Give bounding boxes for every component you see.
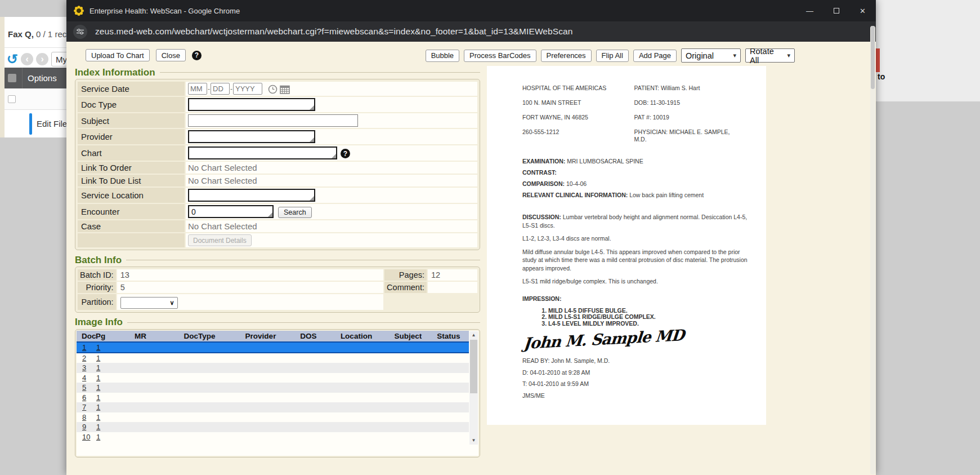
provider-input[interactable] [188, 130, 315, 143]
encounter-input[interactable] [188, 205, 274, 218]
doc-link[interactable]: 4 [77, 374, 94, 382]
pg-link[interactable]: 1 [94, 354, 111, 362]
toolbar-right: Bubble Process BarCodes Preferences Flip… [426, 48, 795, 63]
table-row: 41 [77, 373, 469, 383]
site-settings-icon[interactable] [73, 25, 87, 39]
app-icon [74, 6, 84, 16]
batch-info-heading: Batch Info [75, 254, 480, 266]
pg-link[interactable]: 1 [94, 393, 111, 402]
table-row: 11 [77, 341, 469, 353]
doc-link[interactable]: 1 [77, 343, 94, 352]
page-scrollbar[interactable] [870, 26, 875, 474]
doc-link[interactable]: 2 [77, 354, 94, 362]
process-barcodes-button[interactable]: Process BarCodes [464, 50, 536, 62]
maximize-button[interactable] [823, 0, 849, 21]
chevron-down-icon: ∨ [170, 299, 174, 307]
chart-input[interactable] [188, 147, 337, 159]
close-button[interactable]: Close [156, 49, 186, 61]
pg-link[interactable]: 1 [94, 423, 111, 431]
address-bar[interactable]: zeus.med-web.com/webchart/wctjosterman/w… [66, 21, 876, 42]
background-strip [0, 17, 5, 137]
document-details-button: Document Details [188, 234, 252, 246]
subject-input[interactable] [188, 114, 358, 127]
scroll-up-icon[interactable]: ▲ [469, 331, 478, 339]
comment-value [428, 282, 477, 293]
row-checkbox[interactable] [8, 95, 16, 103]
scrollbar-thumb[interactable] [470, 340, 477, 393]
pg-link[interactable]: 1 [94, 374, 111, 382]
table-scrollbar[interactable]: ▲ ▼ [469, 331, 478, 445]
edit-file-label[interactable]: Edit File C [37, 119, 66, 128]
service-date-yyyy-input[interactable] [233, 83, 262, 95]
image-info-body: 112131415161718191101 [77, 341, 469, 442]
doc-link[interactable]: 9 [77, 423, 94, 431]
upload-to-chart-button[interactable]: Upload To Chart [86, 49, 150, 61]
window-titlebar[interactable]: Enterprise Health: WebScan - Google Chro… [66, 0, 876, 21]
options-label: Options [28, 73, 57, 83]
table-row: 71 [77, 402, 469, 412]
report-body: EXAMINATION: MRI LUMBOSACRAL SPINE CONTR… [522, 158, 749, 399]
webscan-page: Upload To Chart Close ? Bubble Process B… [66, 42, 876, 475]
table-row: 31 [77, 363, 469, 373]
doc-link[interactable]: 7 [77, 403, 94, 411]
pg-link[interactable]: 1 [94, 383, 111, 392]
scroll-down-icon[interactable]: ▼ [469, 437, 478, 445]
service-date-dd-input[interactable] [211, 83, 230, 95]
link-to-order-label: Link To Order [78, 162, 185, 174]
case-label: Case [78, 220, 185, 232]
url-text[interactable]: zeus.med-web.com/webchart/wctjosterman/w… [95, 26, 573, 37]
select-all-checkbox[interactable] [8, 74, 16, 82]
pg-link[interactable]: 1 [94, 413, 111, 421]
zoom-select[interactable]: Original▾ [681, 48, 741, 63]
service-date-mm-input[interactable] [188, 83, 207, 95]
background-red-strip [876, 48, 880, 72]
service-location-input[interactable] [188, 189, 315, 202]
pg-link[interactable]: 1 [94, 433, 111, 441]
help-icon[interactable]: ? [192, 51, 202, 60]
fax-queue-toolbar: ↺ ‹ › My [7, 51, 66, 68]
table-header-row: Doc Pg MR DocType Provider DOS Location … [77, 331, 469, 341]
doc-link[interactable]: 6 [77, 393, 94, 402]
table-row: 61 [77, 393, 469, 403]
document-preview: HOSPITAL OF THE AMERICAS 100 N. MAIN STR… [487, 66, 766, 425]
provider-label: Provider [78, 129, 185, 144]
back-icon[interactable]: ‹ [21, 53, 33, 65]
rotate-all-select[interactable]: Rotate All▾ [745, 48, 795, 63]
flip-all-button[interactable]: Flip All [596, 50, 629, 62]
pg-link[interactable]: 1 [94, 403, 111, 411]
toolbar-left: Upload To Chart Close ? [86, 49, 202, 61]
table-row: 91 [77, 422, 469, 432]
pg-link[interactable]: 1 [94, 343, 111, 352]
bubble-button[interactable]: Bubble [426, 50, 459, 62]
active-indicator [29, 113, 32, 135]
partition-select[interactable]: ∨ [120, 297, 178, 309]
index-information-section: Service Date -- Doc Type [75, 79, 480, 250]
add-page-button[interactable]: Add Page [633, 50, 677, 62]
batch-info-section: Batch ID: 13 Pages: 12 Priority: 5 Comme… [75, 267, 480, 313]
forward-icon[interactable]: › [36, 53, 48, 65]
undo-icon[interactable]: ↺ [7, 53, 18, 65]
pg-link[interactable]: 1 [94, 363, 111, 372]
fax-queue-edit-row: Edit File C [5, 110, 66, 137]
doc-link[interactable]: 8 [77, 413, 94, 421]
my-views-button[interactable]: My [51, 52, 66, 66]
clock-icon[interactable] [268, 85, 278, 94]
report-header: HOSPITAL OF THE AMERICAS 100 N. MAIN STR… [522, 85, 744, 150]
calendar-icon[interactable] [280, 85, 290, 94]
doc-link[interactable]: 5 [77, 383, 94, 392]
autocomplete-handle-icon [268, 212, 272, 217]
minimize-button[interactable]: — [796, 0, 823, 21]
close-window-button[interactable]: ✕ [849, 0, 876, 21]
doc-link[interactable]: 10 [77, 433, 94, 441]
chart-help-icon[interactable]: ? [341, 149, 350, 158]
preferences-button[interactable]: Preferences [541, 50, 592, 62]
pages-value: 12 [428, 269, 477, 281]
page-scrollbar-thumb[interactable] [871, 26, 875, 89]
priority-value: 5 [117, 282, 383, 293]
doc-link[interactable]: 3 [77, 363, 94, 372]
doc-type-input[interactable] [188, 98, 315, 111]
index-information-heading: Index Information [75, 66, 480, 78]
encounter-search-button[interactable]: Search [278, 207, 312, 218]
autocomplete-handle-icon [310, 137, 314, 142]
image-info-heading: Image Info [75, 317, 480, 328]
